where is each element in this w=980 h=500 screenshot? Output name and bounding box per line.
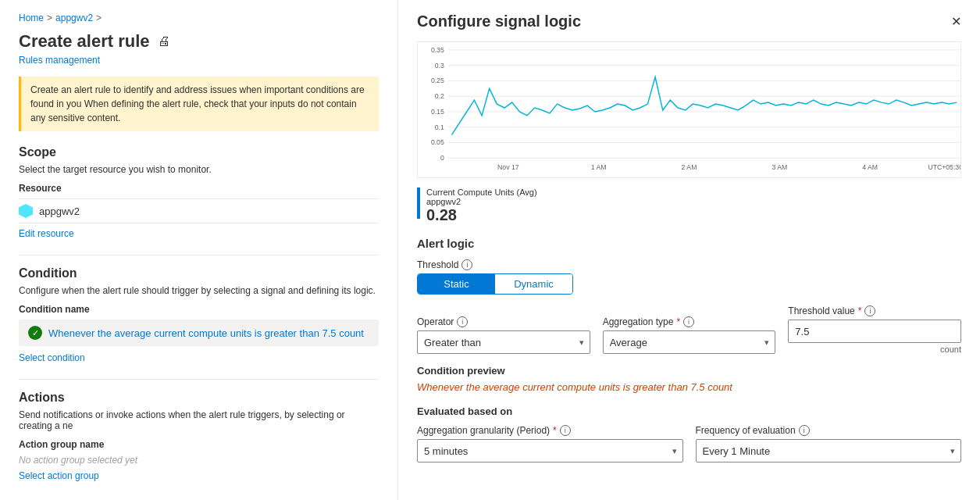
resource-row: appgwv2 xyxy=(19,198,379,223)
operator-label: Operator i xyxy=(417,316,590,327)
info-box: Create an alert rule to identify and add… xyxy=(19,77,379,131)
legend-bar xyxy=(417,188,420,219)
scope-desc: Select the target resource you wish to m… xyxy=(19,164,379,175)
svg-text:UTC+05:30: UTC+05:30 xyxy=(928,163,960,171)
divider-2 xyxy=(19,379,379,380)
divider-1 xyxy=(19,255,379,255)
breadcrumb-home[interactable]: Home xyxy=(19,12,44,23)
left-panel: Home > appgwv2 > Create alert rule 🖨 Rul… xyxy=(0,0,398,500)
chart-legend: Current Compute Units (Avg) appgwv2 0.28 xyxy=(417,188,961,224)
svg-text:0.05: 0.05 xyxy=(431,138,444,146)
threshold-static-option[interactable]: Static xyxy=(418,274,495,294)
condition-preview-title: Condition preview xyxy=(417,365,961,377)
panel-title-row: Configure signal logic ✕ xyxy=(417,12,961,30)
svg-text:3 AM: 3 AM xyxy=(772,163,787,171)
threshold-dynamic-option[interactable]: Dynamic xyxy=(495,274,572,294)
threshold-value-label: Threshold value * i xyxy=(788,305,961,316)
threshold-value-input[interactable] xyxy=(788,320,961,343)
alert-logic-row: Operator i Greater than Aggregation type… xyxy=(417,305,961,354)
resource-icon xyxy=(19,204,33,218)
granularity-label: Aggregation granularity (Period) * i xyxy=(417,425,683,436)
alert-logic-title: Alert logic xyxy=(417,237,961,250)
svg-text:0.2: 0.2 xyxy=(435,92,444,100)
threshold-unit: count xyxy=(788,345,961,354)
evaluated-row: Aggregation granularity (Period) * i 5 m… xyxy=(417,425,961,462)
chart-container: 0.35 0.3 0.25 0.2 0.15 0.1 0.05 0 Nov 17… xyxy=(417,41,961,178)
print-icon[interactable]: 🖨 xyxy=(158,34,170,48)
page-title-row: Create alert rule 🖨 xyxy=(19,31,379,52)
evaluated-title: Evaluated based on xyxy=(417,405,961,417)
svg-text:Nov 17: Nov 17 xyxy=(497,163,519,171)
aggregation-group: Aggregation type * i Average xyxy=(603,316,776,354)
aggregation-required: * xyxy=(676,316,680,327)
right-panel: Configure signal logic ✕ 0.35 0.3 0.25 0… xyxy=(398,0,980,500)
aggregation-label: Aggregation type * i xyxy=(603,316,776,327)
resource-name: appgwv2 xyxy=(39,205,80,217)
legend-value: 0.28 xyxy=(426,206,537,224)
frequency-group: Frequency of evaluation i Every 1 Minute xyxy=(696,425,962,462)
page-title: Create alert rule xyxy=(19,31,150,52)
svg-text:0.25: 0.25 xyxy=(431,77,444,84)
threshold-toggle-group: Static Dynamic xyxy=(417,273,573,295)
actions-desc: Send notifications or invoke actions whe… xyxy=(19,409,379,431)
granularity-select-wrapper: 5 minutes xyxy=(417,439,683,462)
condition-name-label: Condition name xyxy=(19,304,379,315)
threshold-value-info-icon[interactable]: i xyxy=(864,305,875,316)
legend-label: Current Compute Units (Avg) xyxy=(426,188,537,197)
frequency-select-wrapper: Every 1 Minute xyxy=(696,439,962,462)
aggregation-select[interactable]: Average xyxy=(603,330,776,354)
scope-title: Scope xyxy=(19,145,379,159)
actions-section: Actions Send notifications or invoke act… xyxy=(19,391,379,481)
resource-label: Resource xyxy=(19,183,379,194)
breadcrumb-sep1: > xyxy=(47,12,52,23)
svg-text:1 AM: 1 AM xyxy=(591,163,607,171)
panel-title: Configure signal logic xyxy=(417,12,581,30)
frequency-info-icon[interactable]: i xyxy=(799,425,810,436)
breadcrumb-resource[interactable]: appgwv2 xyxy=(55,12,93,23)
breadcrumb: Home > appgwv2 > xyxy=(19,12,379,23)
svg-text:4 AM: 4 AM xyxy=(862,163,878,171)
rules-management-link[interactable]: Rules management xyxy=(19,55,379,66)
aggregation-info-icon[interactable]: i xyxy=(683,316,694,327)
svg-text:0.1: 0.1 xyxy=(435,123,444,131)
action-group-label: Action group name xyxy=(19,439,379,450)
svg-text:2 AM: 2 AM xyxy=(682,163,697,171)
select-condition-link[interactable]: Select condition xyxy=(19,352,379,363)
svg-text:0.3: 0.3 xyxy=(435,62,444,70)
operator-info-icon[interactable]: i xyxy=(457,316,468,327)
condition-title: Condition xyxy=(19,266,379,280)
close-button[interactable]: ✕ xyxy=(951,14,961,29)
granularity-required: * xyxy=(553,425,557,436)
no-action-text: No action group selected yet xyxy=(19,455,379,466)
svg-text:0.35: 0.35 xyxy=(431,46,444,54)
condition-name-value[interactable]: Whenever the average current compute uni… xyxy=(48,327,364,339)
threshold-label: Threshold i xyxy=(417,259,961,270)
check-icon: ✓ xyxy=(28,326,42,340)
granularity-info-icon[interactable]: i xyxy=(560,425,571,436)
svg-text:0.15: 0.15 xyxy=(431,108,444,116)
operator-select-wrapper: Greater than xyxy=(417,330,590,354)
breadcrumb-sep2: > xyxy=(96,12,102,23)
threshold-required: * xyxy=(858,305,862,316)
granularity-group: Aggregation granularity (Period) * i 5 m… xyxy=(417,425,683,462)
threshold-info-icon[interactable]: i xyxy=(461,259,472,270)
granularity-select[interactable]: 5 minutes xyxy=(417,439,683,462)
operator-group: Operator i Greater than xyxy=(417,316,590,354)
edit-resource-link[interactable]: Edit resource xyxy=(19,228,379,239)
legend-resource: appgwv2 xyxy=(426,197,537,206)
actions-title: Actions xyxy=(19,391,379,405)
aggregation-select-wrapper: Average xyxy=(603,330,776,354)
svg-text:0: 0 xyxy=(440,154,444,162)
frequency-label: Frequency of evaluation i xyxy=(696,425,962,436)
condition-preview-text: Whenever the average current compute uni… xyxy=(417,381,961,393)
operator-select[interactable]: Greater than xyxy=(417,330,590,354)
condition-desc: Configure when the alert rule should tri… xyxy=(19,285,379,296)
select-action-link[interactable]: Select action group xyxy=(19,470,379,481)
condition-name-box: ✓ Whenever the average current compute u… xyxy=(19,320,379,346)
chart-svg: 0.35 0.3 0.25 0.2 0.15 0.1 0.05 0 Nov 17… xyxy=(418,42,960,177)
frequency-select[interactable]: Every 1 Minute xyxy=(696,439,962,462)
legend-info: Current Compute Units (Avg) appgwv2 0.28 xyxy=(426,188,537,224)
threshold-value-group: Threshold value * i count xyxy=(788,305,961,354)
